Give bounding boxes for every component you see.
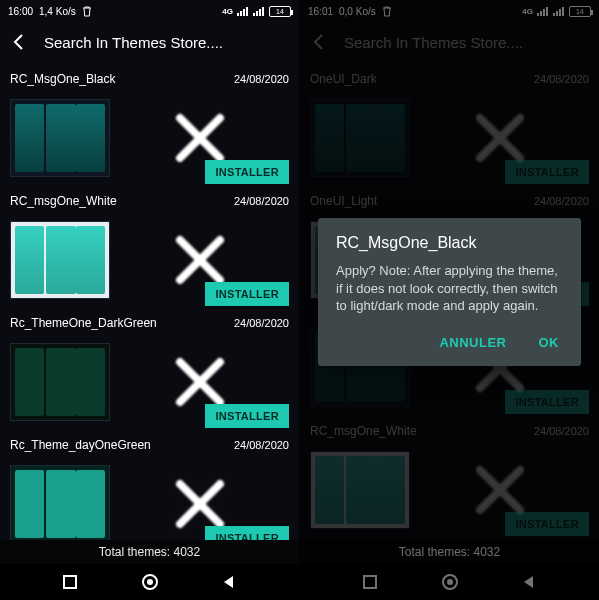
status-net-rate: 1,4 Ko/s <box>39 6 76 17</box>
dialog-body: Apply? Note: After applying the theme, i… <box>336 262 563 315</box>
status-time: 16:00 <box>8 6 33 17</box>
footer-total: Total themes: 4032 <box>0 540 299 564</box>
close-icon[interactable] <box>110 232 289 288</box>
svg-rect-0 <box>64 576 76 588</box>
back-icon[interactable] <box>10 32 30 52</box>
theme-date: 24/08/2020 <box>234 439 289 451</box>
install-button[interactable]: INSTALLER <box>205 282 289 306</box>
nav-back-icon[interactable] <box>220 573 238 591</box>
theme-name: RC_msgOne_White <box>10 194 117 208</box>
install-button[interactable]: INSTALLER <box>205 526 289 540</box>
theme-date: 24/08/2020 <box>234 195 289 207</box>
close-icon[interactable] <box>110 110 289 166</box>
theme-date: 24/08/2020 <box>234 317 289 329</box>
signal-icon <box>237 6 249 16</box>
status-bar: 16:00 1,4 Ko/s 4G 14 <box>0 0 299 22</box>
cancel-button[interactable]: ANNULER <box>435 329 510 356</box>
theme-date: 24/08/2020 <box>234 73 289 85</box>
themes-list[interactable]: RC_MsgOne_Black24/08/2020INSTALLERRC_msg… <box>0 62 299 540</box>
svg-point-2 <box>147 579 153 585</box>
theme-thumbnail[interactable] <box>10 221 110 299</box>
theme-item[interactable]: Rc_ThemeOne_DarkGreen24/08/2020INSTALLER <box>0 306 299 428</box>
install-button[interactable]: INSTALLER <box>205 404 289 428</box>
dialog-title: RC_MsgOne_Black <box>336 234 563 252</box>
nav-bar <box>0 564 299 600</box>
app-header: Search In Themes Store.... <box>0 22 299 62</box>
theme-item[interactable]: Rc_Theme_dayOneGreen24/08/2020INSTALLER <box>0 428 299 540</box>
screen-right: 16:01 0,0 Ko/s 4G 14 Search In Themes St… <box>300 0 599 600</box>
theme-name: Rc_ThemeOne_DarkGreen <box>10 316 157 330</box>
ok-button[interactable]: OK <box>535 329 564 356</box>
theme-name: RC_MsgOne_Black <box>10 72 115 86</box>
close-icon[interactable] <box>110 476 289 532</box>
trash-icon <box>82 6 92 17</box>
lte-icon: 4G <box>222 7 233 16</box>
apply-dialog: RC_MsgOne_Black Apply? Note: After apply… <box>318 218 581 366</box>
close-icon[interactable] <box>110 354 289 410</box>
battery-icon: 14 <box>269 6 291 17</box>
theme-item[interactable]: RC_MsgOne_Black24/08/2020INSTALLER <box>0 62 299 184</box>
signal-icon-2 <box>253 6 265 16</box>
search-input[interactable]: Search In Themes Store.... <box>44 34 223 51</box>
theme-name: Rc_Theme_dayOneGreen <box>10 438 151 452</box>
theme-item[interactable]: RC_msgOne_White24/08/2020INSTALLER <box>0 184 299 306</box>
nav-home-icon[interactable] <box>140 572 160 592</box>
nav-recent-icon[interactable] <box>61 573 79 591</box>
install-button[interactable]: INSTALLER <box>205 160 289 184</box>
screen-left: 16:00 1,4 Ko/s 4G 14 Search In Themes St… <box>0 0 299 600</box>
theme-thumbnail[interactable] <box>10 343 110 421</box>
theme-thumbnail[interactable] <box>10 465 110 540</box>
theme-thumbnail[interactable] <box>10 99 110 177</box>
